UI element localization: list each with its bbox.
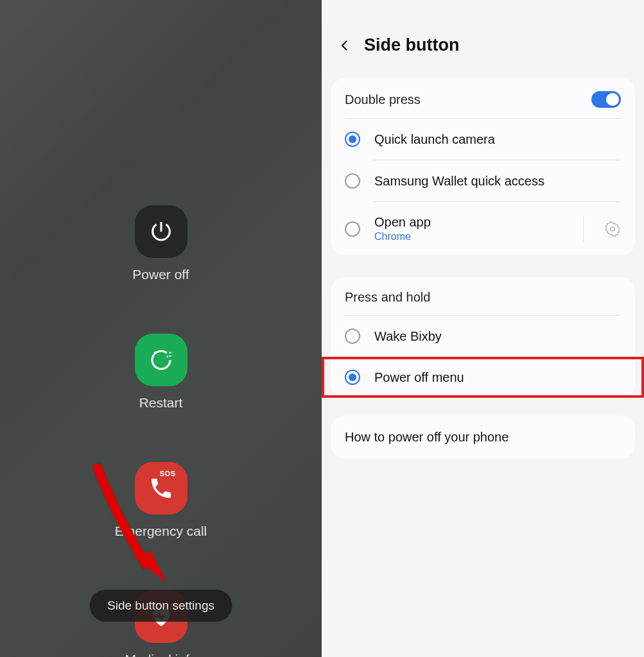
side-button-settings-button[interactable]: Side button settings xyxy=(89,590,232,622)
how-to-power-off[interactable]: How to power off your phone xyxy=(331,416,635,459)
double-press-toggle[interactable] xyxy=(591,91,621,108)
radio-bixby[interactable] xyxy=(345,328,360,344)
press-hold-title: Press and hold xyxy=(331,277,635,315)
gear-icon[interactable] xyxy=(604,221,621,237)
power-icon xyxy=(135,205,187,258)
power-off-button[interactable]: Power off xyxy=(116,205,206,282)
restart-button[interactable]: Restart xyxy=(116,334,206,411)
settings-panel: Side button Double press Quick launch ca… xyxy=(322,0,644,657)
sos-badge: SOS xyxy=(160,470,176,477)
option-sublabel: Chrome xyxy=(374,231,562,243)
double-press-card: Double press Quick launch camera Samsung… xyxy=(331,78,635,255)
option-open-app[interactable]: Open app Chrome xyxy=(331,202,635,255)
radio-wallet[interactable] xyxy=(345,173,360,189)
header: Side button xyxy=(322,0,644,74)
option-power-off-menu[interactable]: Power off menu xyxy=(331,357,635,398)
option-samsung-wallet[interactable]: Samsung Wallet quick access xyxy=(331,160,635,201)
medical-label: Medical info xyxy=(125,652,196,657)
option-label: Wake Bixby xyxy=(374,329,621,344)
option-label: Samsung Wallet quick access xyxy=(374,174,621,189)
option-label: Quick launch camera xyxy=(374,132,621,147)
option-quick-launch-camera[interactable]: Quick launch camera xyxy=(331,119,635,160)
svg-point-1 xyxy=(611,226,615,231)
option-label: Open app xyxy=(374,215,562,230)
radio-open-app[interactable] xyxy=(345,221,360,237)
back-icon[interactable] xyxy=(337,38,352,53)
power-menu-panel: Power off Restart SOS Emergency call xyxy=(0,0,322,657)
radio-camera[interactable] xyxy=(345,132,360,147)
option-label: Power off menu xyxy=(374,370,621,385)
how-to-card: How to power off your phone xyxy=(331,416,635,459)
emergency-label: Emergency call xyxy=(115,524,207,539)
radio-power-off[interactable] xyxy=(345,370,360,385)
option-wake-bixby[interactable]: Wake Bixby xyxy=(331,316,635,357)
press-hold-card: Press and hold Wake Bixby Power off menu xyxy=(331,277,635,398)
power-off-label: Power off xyxy=(132,267,189,282)
emergency-icon: SOS xyxy=(135,462,187,515)
double-press-title: Double press xyxy=(345,92,421,107)
restart-icon xyxy=(135,334,187,386)
restart-label: Restart xyxy=(139,395,183,411)
page-title: Side button xyxy=(364,35,459,55)
emergency-call-button[interactable]: SOS Emergency call xyxy=(116,462,206,539)
